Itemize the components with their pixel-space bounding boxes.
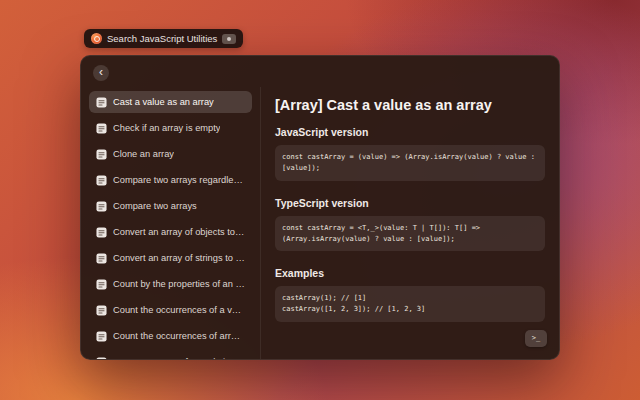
list-item[interactable]: Create an array of cumulative... (89, 351, 252, 359)
section-typescript: TypeScript version const castArray = <T,… (275, 197, 545, 252)
snippet-list: Cast a value as an array Check if an arr… (81, 87, 261, 359)
document-icon (96, 123, 107, 134)
detail-title: [Array] Cast a value as an array (275, 97, 545, 113)
search-pill[interactable]: Search JavaScript Utilities (84, 29, 243, 48)
list-item[interactable]: Count the occurrences of a val... (89, 299, 252, 321)
list-item[interactable]: Compare two arrays regardless... (89, 169, 252, 191)
document-icon (96, 227, 107, 238)
list-item[interactable]: Check if an array is empty (89, 117, 252, 139)
detail-pane: [Array] Cast a value as an array JavaScr… (261, 87, 559, 359)
terminal-button[interactable]: >_ (525, 330, 547, 347)
list-item-label: Convert an array of strings to n... (113, 253, 245, 263)
code-block: const castArray = (value) => (Array.isAr… (275, 145, 545, 181)
document-icon (96, 279, 107, 290)
code-block: const castArray = <T,_>(value: T | T[]):… (275, 216, 545, 252)
document-icon (96, 149, 107, 160)
list-item[interactable]: Count the occurrences of array... (89, 325, 252, 347)
list-item-label: Compare two arrays regardless... (113, 175, 245, 185)
list-item-label: Clone an array (113, 149, 174, 159)
search-pill-label: Search JavaScript Utilities (107, 29, 217, 48)
section-javascript: JavaScript version const castArray = (va… (275, 126, 545, 181)
section-heading: JavaScript version (275, 126, 545, 138)
list-item-label: Compare two arrays (113, 201, 197, 211)
section-examples: Examples castArray(1); // [1] castArray(… (275, 267, 545, 322)
document-icon (96, 201, 107, 212)
list-item[interactable]: Compare two arrays (89, 195, 252, 217)
list-item[interactable]: Convert an array of objects to a... (89, 221, 252, 243)
list-item[interactable]: Clone an array (89, 143, 252, 165)
section-heading: TypeScript version (275, 197, 545, 209)
badge-icon (222, 34, 236, 44)
list-item-label: Create an array of cumulative... (113, 357, 243, 359)
document-icon (96, 253, 107, 264)
list-item[interactable]: Count by the properties of an a... (89, 273, 252, 295)
back-button[interactable]: ‹ (93, 65, 109, 81)
app-window: ‹ Cast a value as an array Check if an a… (80, 55, 560, 360)
list-item-label: Count the occurrences of a val... (113, 305, 245, 315)
document-icon (96, 175, 107, 186)
document-icon (96, 305, 107, 316)
list-item[interactable]: Convert an array of strings to n... (89, 247, 252, 269)
document-icon (96, 97, 107, 108)
list-item[interactable]: Cast a value as an array (89, 91, 252, 113)
list-item-label: Convert an array of objects to a... (113, 227, 245, 237)
document-icon (96, 357, 107, 360)
document-icon (96, 331, 107, 342)
section-heading: Examples (275, 267, 545, 279)
list-item-label: Check if an array is empty (113, 123, 220, 133)
list-item-label: Count the occurrences of array... (113, 331, 245, 341)
list-item-label: Cast a value as an array (113, 97, 214, 107)
window-content: Cast a value as an array Check if an arr… (81, 87, 559, 359)
extension-icon (91, 33, 102, 44)
list-item-label: Count by the properties of an a... (113, 279, 245, 289)
code-block: castArray(1); // [1] castArray([1, 2, 3]… (275, 286, 545, 322)
